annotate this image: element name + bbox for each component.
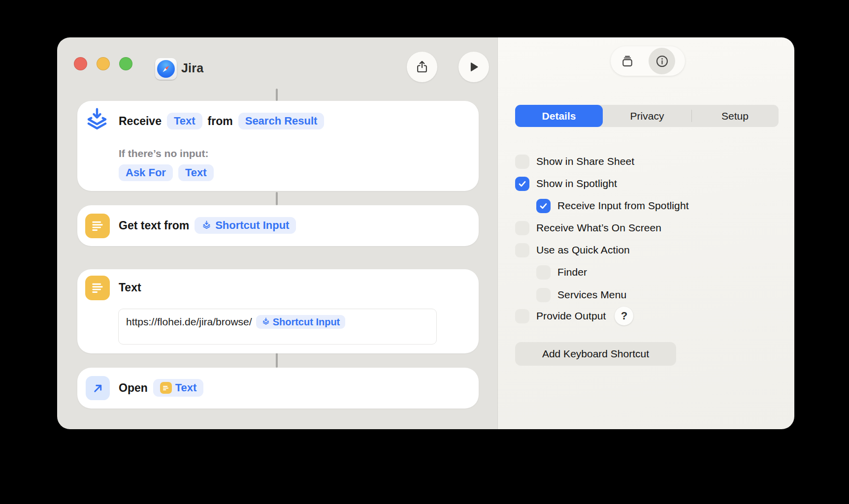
- close-window-button[interactable]: [74, 57, 87, 70]
- shortcut-input-icon: [261, 317, 270, 326]
- shortcut-app-icon: [155, 58, 177, 80]
- zoom-window-button[interactable]: [119, 57, 132, 70]
- checkbox-receive-whats-on-screen[interactable]: [515, 221, 529, 235]
- minimize-window-button[interactable]: [97, 57, 110, 70]
- tab-setup[interactable]: Setup: [691, 105, 779, 127]
- get-text-action-label: Get text from: [119, 219, 189, 232]
- option-label: Show in Spotlight: [536, 178, 617, 189]
- option-row-provide-output: Provide Output ?: [498, 305, 794, 327]
- shortcut-input-token[interactable]: Shortcut Input: [256, 315, 346, 329]
- action-card-open[interactable]: Open Text: [77, 368, 479, 409]
- option-label: Services Menu: [557, 289, 626, 301]
- text-value-field[interactable]: https://flohei.de/jira/browse/ Shortcut …: [118, 309, 437, 345]
- action-library-button[interactable]: [620, 54, 634, 70]
- run-shortcut-button[interactable]: [458, 52, 489, 82]
- option-row-whats-on-screen: Receive What’s On Screen: [498, 217, 794, 239]
- action-card-get-text[interactable]: Get text from Shortcut Input: [77, 205, 479, 246]
- option-label: Receive What’s On Screen: [536, 222, 661, 234]
- checkbox-finder[interactable]: [536, 265, 551, 280]
- open-action-icon: [86, 376, 110, 400]
- option-row-share-sheet: Show in Share Sheet: [498, 151, 794, 172]
- shortcut-details-button[interactable]: [649, 48, 675, 74]
- play-icon: [467, 60, 481, 74]
- no-input-condition-label: If there’s no input:: [119, 148, 208, 159]
- shortcut-input-token-label: Shortcut Input: [273, 317, 340, 327]
- text-action-label: Text: [119, 281, 141, 294]
- option-row-finder: Finder: [498, 261, 794, 283]
- checkmark-icon: [518, 179, 527, 189]
- checkbox-services-menu[interactable]: [536, 288, 551, 302]
- option-label: Show in Share Sheet: [536, 156, 634, 167]
- option-row-services-menu: Services Menu: [498, 284, 794, 306]
- safari-compass-icon: [157, 60, 175, 78]
- checkbox-show-in-spotlight[interactable]: [515, 177, 529, 191]
- option-row-receive-input-spotlight: Receive Input from Spotlight: [498, 195, 794, 217]
- inspector-mode-switcher: [611, 46, 685, 76]
- action-library-icon: [620, 54, 634, 68]
- text-variable-token[interactable]: Text: [153, 379, 204, 397]
- checkbox-provide-output[interactable]: [515, 309, 529, 323]
- input-source-token[interactable]: Search Result: [238, 113, 325, 129]
- option-row-quick-action: Use as Quick Action: [498, 239, 794, 261]
- info-icon: [655, 54, 669, 68]
- shortcuts-editor-window: Jira: [57, 37, 794, 429]
- connector-line: [276, 353, 278, 368]
- url-text[interactable]: https://flohei.de/jira/browse/: [126, 316, 252, 328]
- tab-details[interactable]: Details: [515, 105, 603, 127]
- share-button[interactable]: [407, 52, 437, 82]
- option-label: Provide Output: [536, 310, 606, 322]
- text-action-icon: [85, 214, 110, 238]
- action-card-receive-input[interactable]: Receive Text from Search Result If there…: [77, 101, 479, 191]
- shortcut-editor-pane: Jira: [57, 37, 497, 429]
- connector-line: [276, 89, 278, 101]
- action-card-text[interactable]: Text https://flohei.de/jira/browse/ Shor…: [77, 269, 479, 353]
- checkbox-use-as-quick-action[interactable]: [515, 243, 529, 257]
- checkmark-icon: [539, 201, 548, 211]
- checkbox-receive-input-from-spotlight[interactable]: [536, 199, 551, 213]
- text-action-icon: [85, 276, 110, 300]
- option-label: Finder: [557, 266, 587, 278]
- inspector-tab-bar: Details Privacy Setup: [515, 105, 779, 127]
- text-variable-icon: [160, 382, 172, 394]
- text-variable-token-label: Text: [175, 382, 197, 393]
- option-label: Receive Input from Spotlight: [557, 200, 689, 212]
- option-label: Use as Quick Action: [536, 244, 630, 256]
- open-action-label: Open: [119, 381, 148, 395]
- add-keyboard-shortcut-button[interactable]: Add Keyboard Shortcut: [515, 342, 676, 366]
- shortcut-input-icon: [83, 107, 111, 137]
- option-row-spotlight: Show in Spotlight: [498, 173, 794, 194]
- shortcut-title[interactable]: Jira: [181, 61, 203, 75]
- shortcut-input-token[interactable]: Shortcut Input: [195, 217, 296, 234]
- checkbox-show-in-share-sheet[interactable]: [515, 155, 529, 169]
- desktop-background: Jira: [0, 0, 849, 504]
- share-icon: [415, 60, 429, 74]
- shortcut-input-token-label: Shortcut Input: [215, 220, 289, 231]
- inspector-pane: Details Privacy Setup Show in Share Shee…: [497, 37, 794, 429]
- connector-line: [276, 192, 278, 205]
- ask-for-token[interactable]: Ask For: [119, 164, 173, 181]
- input-type-token[interactable]: Text: [167, 113, 202, 129]
- ask-type-token[interactable]: Text: [178, 164, 214, 181]
- shortcut-input-icon: [201, 220, 212, 231]
- tab-privacy[interactable]: Privacy: [603, 105, 691, 127]
- receive-action-label: Receive: [119, 115, 162, 128]
- help-button[interactable]: ?: [615, 307, 633, 325]
- from-label: from: [208, 115, 233, 128]
